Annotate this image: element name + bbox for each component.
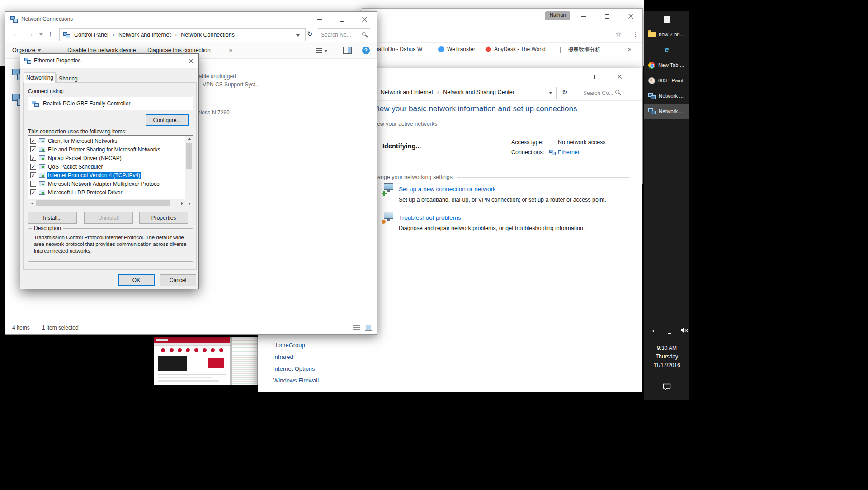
taskbar-item-browser[interactable]: New Tab ... xyxy=(644,57,689,73)
cancel-button[interactable]: Cancel xyxy=(160,274,196,286)
section-rule xyxy=(442,124,630,124)
back-icon[interactable]: ← xyxy=(12,30,19,38)
minimize-button[interactable] xyxy=(562,71,585,83)
browser-menu-icon[interactable]: ⋮ xyxy=(632,30,639,38)
adapter-name: Realtek PCIe GBE Family Controller xyxy=(43,100,130,107)
close-button[interactable] xyxy=(608,71,631,83)
configure-button[interactable]: Configure... xyxy=(146,114,189,126)
bookmark-item[interactable]: AnyDesk - The World xyxy=(485,46,546,52)
install-button[interactable]: Install... xyxy=(28,212,77,224)
start-button[interactable] xyxy=(644,11,689,27)
address-box[interactable]: Control Panel › Network and Internet › N… xyxy=(59,28,306,41)
windows-start-icon xyxy=(664,16,670,23)
disable-device-button[interactable]: Disable this network device xyxy=(67,47,136,53)
scroll-up-button[interactable] xyxy=(185,136,193,142)
tab-networking[interactable]: Networking xyxy=(24,72,56,83)
list-item[interactable]: ✓ Client for Microsoft Networks xyxy=(29,137,185,146)
volume-muted-icon[interactable] xyxy=(680,327,688,335)
list-item[interactable]: ✓ Npcap Packet Driver (NPCAP) xyxy=(29,154,185,163)
address-dropdown-icon[interactable] xyxy=(296,34,300,37)
show-hidden-icons-button[interactable]: ‹ xyxy=(652,327,655,334)
button-label: OK xyxy=(132,277,140,283)
minimize-button[interactable] xyxy=(572,10,595,22)
list-item[interactable]: ✓ Microsoft LLDP Protocol Driver xyxy=(29,188,185,197)
list-item-selected[interactable]: ✓ Internet Protocol Version 4 (TCP/IPv4) xyxy=(29,171,185,180)
breadcrumb-item[interactable]: Network and Internet xyxy=(381,89,433,95)
checkbox[interactable] xyxy=(30,181,36,187)
tab-sharing[interactable]: Sharing xyxy=(56,74,80,83)
scroll-left-button[interactable] xyxy=(28,199,36,207)
uninstall-button[interactable]: Uninstall xyxy=(84,212,133,224)
close-button[interactable] xyxy=(619,10,642,22)
scroll-right-button[interactable] xyxy=(178,199,185,207)
see-also-internet-options-link[interactable]: Internet Options xyxy=(273,365,315,372)
taskbar-item-ie[interactable]: e xyxy=(644,42,689,57)
see-also-windows-firewall-link[interactable]: Windows Firewall xyxy=(273,377,319,384)
page-favicon xyxy=(560,47,565,53)
action-center-button[interactable] xyxy=(644,381,689,393)
diagnose-connection-button[interactable]: Diagnose this connection xyxy=(147,47,211,53)
thumbnail-view-toggle-icon[interactable] xyxy=(365,325,372,331)
taskbar-item-paint[interactable]: 003 - Paint xyxy=(644,73,689,88)
nsc-heading: View your basic network information and … xyxy=(373,104,577,113)
preview-pane-icon[interactable] xyxy=(343,47,352,54)
forward-icon[interactable]: → xyxy=(27,30,34,38)
list-item[interactable]: ✓ QoS Packet Scheduler xyxy=(29,163,185,171)
organize-button[interactable]: Organize xyxy=(12,47,41,53)
checkbox[interactable]: ✓ xyxy=(30,164,36,170)
maximize-button[interactable] xyxy=(585,71,608,83)
address-dropdown-icon[interactable] xyxy=(549,92,552,94)
ok-button[interactable]: OK xyxy=(118,274,155,286)
setup-connection-link[interactable]: Set up a new connection or network xyxy=(399,186,496,193)
maximize-button[interactable] xyxy=(330,13,353,26)
ethernet-connection-link[interactable]: Ethernet xyxy=(558,149,579,155)
toolbar-overflow-icon[interactable]: » xyxy=(229,47,232,53)
up-icon[interactable]: ↑ xyxy=(48,30,52,38)
network-tray-icon[interactable] xyxy=(666,328,674,334)
checkbox[interactable]: ✓ xyxy=(30,172,36,178)
bookmark-item[interactable]: WeTransfer xyxy=(438,46,475,52)
list-item[interactable]: ✓ File and Printer Sharing for Microsoft… xyxy=(29,146,185,154)
document-thumbnail[interactable] xyxy=(231,337,258,385)
bookmark-item[interactable]: 报表数据分析 xyxy=(560,46,600,54)
checkbox[interactable]: ✓ xyxy=(30,155,36,161)
browser-profile-badge[interactable]: Nathan xyxy=(545,11,570,20)
list-item-label: Microsoft Network Adapter Multiplexor Pr… xyxy=(48,181,160,187)
checkbox[interactable]: ✓ xyxy=(30,146,36,152)
taskbar-item-explorer[interactable]: how 2 bri... xyxy=(644,27,689,42)
checkbox[interactable]: ✓ xyxy=(30,138,36,144)
refresh-icon[interactable]: ↻ xyxy=(562,88,568,96)
checkbox[interactable]: ✓ xyxy=(30,189,36,195)
webpage-thumbnail[interactable] xyxy=(154,337,231,385)
breadcrumb-item[interactable]: Network and Sharing Center xyxy=(443,89,514,95)
scroll-down-button[interactable] xyxy=(185,200,193,207)
recent-pages-icon[interactable] xyxy=(39,33,43,36)
scrollbar-thumb[interactable] xyxy=(186,143,192,169)
connection-items-list: ✓ Client for Microsoft Networks ✓ File a… xyxy=(28,135,193,207)
details-view-toggle-icon[interactable] xyxy=(353,325,360,331)
help-icon[interactable]: ? xyxy=(362,47,370,54)
minimize-button[interactable] xyxy=(308,13,330,26)
close-button[interactable] xyxy=(182,54,199,68)
breadcrumb-item[interactable]: Network Connections xyxy=(181,32,235,38)
properties-button[interactable]: Properties xyxy=(139,212,188,224)
taskbar-item-network-2[interactable]: Network ... xyxy=(644,104,689,119)
close-button[interactable] xyxy=(353,13,376,26)
refresh-icon[interactable]: ↻ xyxy=(307,30,313,38)
bookmarks-overflow-icon[interactable]: » xyxy=(628,46,631,52)
horizontal-scrollbar[interactable] xyxy=(28,199,185,207)
troubleshoot-link[interactable]: Troubleshoot problems xyxy=(399,214,461,221)
see-also-infrared-link[interactable]: Infrared xyxy=(273,353,293,360)
see-also-homegroup-link[interactable]: HomeGroup xyxy=(273,342,305,349)
breadcrumb-item[interactable]: Control Panel xyxy=(74,32,108,38)
networking-tab-page: Connect using: Realtek PCIe GBE Family C… xyxy=(23,82,197,270)
scrollbar-thumb[interactable] xyxy=(36,200,170,206)
maximize-button[interactable] xyxy=(595,10,619,22)
bookmark-star-icon[interactable]: ☆ xyxy=(615,30,621,38)
taskbar-clock[interactable]: 9:30 AM Thursday 11/17/2016 xyxy=(644,344,689,370)
vertical-scrollbar[interactable] xyxy=(185,136,193,207)
list-item[interactable]: Microsoft Network Adapter Multiplexor Pr… xyxy=(29,180,185,188)
taskbar-item-network-1[interactable]: Network ... xyxy=(644,88,689,104)
view-list-icon[interactable] xyxy=(316,47,328,54)
breadcrumb-item[interactable]: Network and Internet xyxy=(118,32,171,38)
